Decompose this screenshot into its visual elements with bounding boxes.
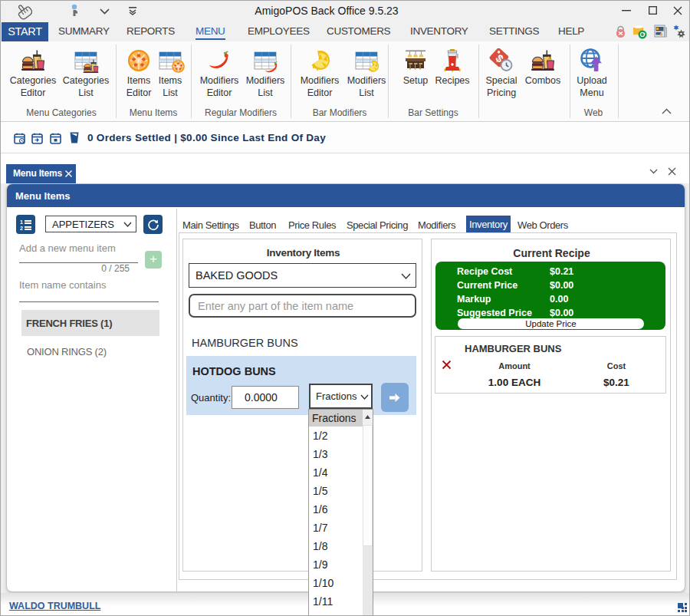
svg-text:1: 1 xyxy=(20,219,23,225)
svg-text:2: 2 xyxy=(20,226,23,231)
